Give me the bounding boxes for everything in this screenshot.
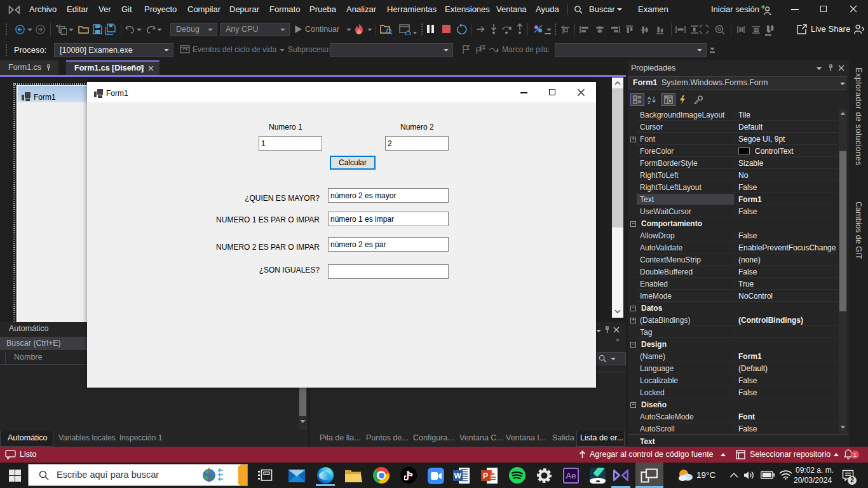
svg-text:P: P [483, 471, 488, 480]
svg-text:Z: Z [648, 100, 651, 104]
svg-text:W: W [454, 471, 462, 480]
